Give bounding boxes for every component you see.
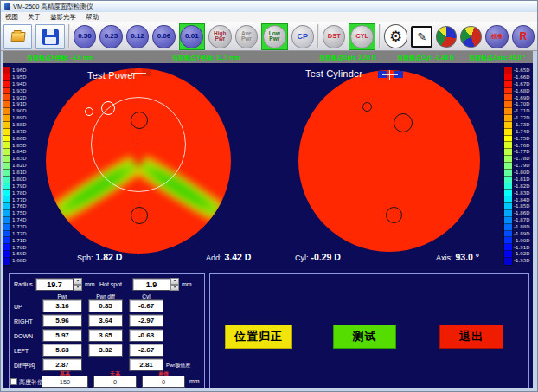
colorbar-tick-label: 1.89D xyxy=(12,116,26,121)
save-icon xyxy=(42,29,59,45)
open-file-button[interactable] xyxy=(3,24,32,49)
annotation-circle xyxy=(386,207,402,223)
colorbar-tick: 1.83D xyxy=(3,156,26,163)
power-map-overlay xyxy=(46,68,231,254)
colorbar-tick: 1.92D xyxy=(3,94,26,101)
colorbar-swatch xyxy=(504,183,512,190)
colorbar-tick: 1.70D xyxy=(3,244,26,251)
status-focus-axis: 当前焦点Axis: 45.0 ° xyxy=(469,54,525,62)
position-reset-button[interactable]: 位置归正 xyxy=(225,325,292,349)
colorbar-tick: 1.73D xyxy=(3,224,26,231)
colorbar-tick-label: -1.90D xyxy=(514,239,529,244)
colorbar-swatch xyxy=(3,217,10,224)
save-button[interactable] xyxy=(35,24,64,49)
step-0.25-button[interactable]: 0.25 xyxy=(99,25,123,48)
colorbar-tick: 1.94D xyxy=(3,81,26,88)
ave-pwr-button[interactable]: Ave Pwr xyxy=(235,25,259,48)
colorbar-swatch xyxy=(3,149,10,156)
cyl-button[interactable]: CYL xyxy=(350,25,374,48)
low-pwr-button[interactable]: Low Pwr xyxy=(263,25,286,48)
cp-button[interactable]: CP xyxy=(291,25,315,48)
colorbar-swatch xyxy=(504,258,512,265)
colorbar-tick-label: 1.73D xyxy=(12,225,26,230)
sph-label: Sph: xyxy=(77,254,93,262)
edit-button[interactable]: ✎ xyxy=(411,26,432,48)
base-height-input[interactable] xyxy=(42,376,88,388)
down-pwrdiff-cell: 3.65 xyxy=(88,329,123,342)
colorbar-tick: -1.76D xyxy=(504,142,529,149)
colorbar-tick-label: 1.83D xyxy=(12,157,26,162)
colorbar-tick: -1.66D xyxy=(504,74,529,81)
reset-button[interactable]: R xyxy=(512,25,535,48)
hotspot-step-down[interactable]: ▼ xyxy=(170,285,179,292)
colorbar-swatch xyxy=(3,231,10,238)
menu-about[interactable]: 关于 xyxy=(28,13,41,22)
window-title: VM-2500 高精度面型检测仪 xyxy=(13,3,93,11)
add-readout: Add:3.42 D xyxy=(206,252,251,262)
measure-panel: Radius ▲▼ mm Hot spot ▲▼ mm Pwr Pwr diff… xyxy=(9,273,205,389)
cylinder-map[interactable] xyxy=(298,70,480,252)
diff-avg-cell: 2.87 xyxy=(42,358,82,371)
settings-button[interactable]: ⚙ xyxy=(384,24,407,48)
annotation-circle xyxy=(101,101,115,115)
colorbar-tick: 1.95D xyxy=(3,74,26,81)
colorbar-tick-label: -1.70D xyxy=(514,102,529,107)
colorbar-tick: 1.77D xyxy=(3,196,26,203)
sph-readout: Sph:1.82 D xyxy=(77,252,122,262)
power-map-icon[interactable] xyxy=(436,26,458,48)
colorbar-tick-label: -1.78D xyxy=(514,157,529,162)
colorbar-tick-label: 1.95D xyxy=(12,75,26,80)
open-folder-icon xyxy=(10,32,25,42)
colorbar-tick: -1.88D xyxy=(504,224,529,231)
up-pwrdiff-cell: 0.85 xyxy=(88,299,123,312)
step-0.50-button[interactable]: 0.50 xyxy=(74,25,97,48)
left-pwr-cell: 5.63 xyxy=(42,344,82,357)
hotspot-input[interactable] xyxy=(132,278,170,291)
annotation-circle xyxy=(131,112,148,129)
annotation-circle xyxy=(131,207,148,224)
cylinder-colorbar: -1.65D-1.66D-1.67D-1.68D-1.69D-1.70D-1.7… xyxy=(504,67,529,265)
hotspot-step-up[interactable]: ▲ xyxy=(170,278,179,285)
radius-input[interactable] xyxy=(35,278,74,291)
calibrate-button[interactable]: 校准 xyxy=(485,25,509,48)
cylinder-map-overlay xyxy=(298,70,480,252)
colorbar-tick: 1.68D xyxy=(3,258,26,265)
radius-step-up[interactable]: ▲ xyxy=(74,278,82,285)
menu-company[interactable]: 鉴影光学 xyxy=(50,13,76,22)
status-bar: 当前焦点X坐标: -4.9 mm 当前焦点Y坐标: 11.7 mm 当前焦点Sp… xyxy=(1,51,537,63)
step-0.06-button[interactable]: 0.06 xyxy=(152,25,176,48)
app-window: VM-2500 高精度面型检测仪 视图 关于 鉴影光学 帮助 0.50 0.25… xyxy=(0,0,538,392)
row-label-down: DOWN xyxy=(14,333,33,339)
hotspot-unit: mm xyxy=(182,281,192,287)
right-pwrdiff-cell: 3.64 xyxy=(88,314,123,327)
colorbar-swatch xyxy=(3,94,10,101)
colorbar-tick-label: -1.74D xyxy=(514,130,529,135)
menu-help[interactable]: 帮助 xyxy=(86,13,99,22)
high-pwr-button[interactable]: High Pwr xyxy=(208,25,232,48)
dst-button[interactable]: DST xyxy=(323,25,346,48)
diff-height-input[interactable] xyxy=(142,376,185,388)
step-0.12-button[interactable]: 0.12 xyxy=(126,25,150,48)
colorbar-tick-label: 1.76D xyxy=(12,204,26,209)
cylinder-map-icon[interactable] xyxy=(460,26,482,48)
colorbar-tick: -1.69D xyxy=(504,94,529,101)
colorbar-tick-label: -1.89D xyxy=(514,232,529,237)
colorbar-tick-label: 1.75D xyxy=(12,211,26,216)
exit-button[interactable]: 退出 xyxy=(439,325,503,349)
colorbar-tick: -1.91D xyxy=(504,244,529,251)
step-0.01-button[interactable]: 0.01 xyxy=(180,25,203,48)
colorbar-swatch xyxy=(504,67,512,74)
action-panel: 位置归正 测试 退出 xyxy=(209,273,529,389)
right-cyl-cell: -2.97 xyxy=(129,314,163,327)
test-button[interactable]: 测试 xyxy=(333,325,396,349)
row-label-up: UP xyxy=(14,304,22,310)
power-map[interactable] xyxy=(46,68,231,254)
top-height-input[interactable] xyxy=(93,376,137,388)
menu-view[interactable]: 视图 xyxy=(5,13,18,22)
step-0.01-selected: 0.01 xyxy=(179,23,205,50)
cyl-label: Cyl: xyxy=(295,254,309,262)
radius-step-down[interactable]: ▼ xyxy=(74,285,82,292)
colorbar-tick-label: -1.88D xyxy=(514,225,529,230)
colorbar-tick: -1.79D xyxy=(504,163,529,170)
height-comp-checkbox[interactable] xyxy=(10,378,17,385)
